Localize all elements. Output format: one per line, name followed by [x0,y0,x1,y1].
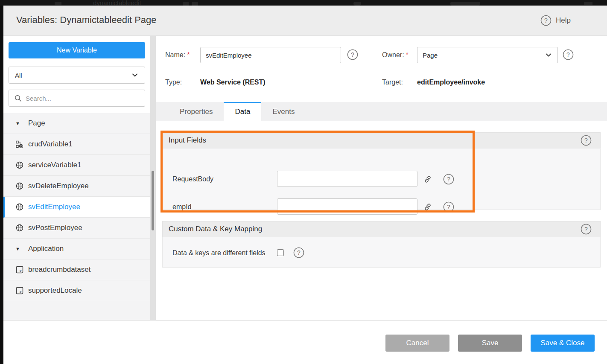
web-service-icon [15,161,24,169]
svg-text:?: ? [447,176,450,183]
detail-tabs: Properties Data Events [156,102,607,121]
svg-text:?: ? [584,137,588,144]
variables-dialog: Variables: Dynamictableedit Page ? Help … [3,6,607,364]
tab-events[interactable]: Events [261,102,306,121]
backdrop-left-edge [0,6,3,364]
sidebar-item-supportedlocale[interactable]: x supportedLocale [3,280,150,301]
backdrop-grid-icon [192,2,198,6]
variable-filter-value: All [15,72,131,79]
requestbody-label: RequestBody [172,175,213,183]
different-fields-label: Data & keys are different fields [172,249,266,257]
backdrop-chevron-icon [55,2,61,5]
name-input[interactable] [200,47,341,63]
type-value: Web Service (REST) [200,79,266,86]
backdrop-toolbar: dynamictableedit [0,0,607,6]
required-asterisk: * [406,51,409,58]
save-and-close-button[interactable]: Save & Close [531,335,595,352]
svg-text:x: x [19,268,22,273]
name-help-icon[interactable]: ? [347,49,358,60]
custom-mapping-header: Custom Data & Key Mapping ? [162,221,601,237]
empid-input[interactable] [277,198,417,215]
sidebar-group-page[interactable]: ▼ Page [3,113,150,134]
requestbody-bind-link-icon[interactable] [423,175,432,183]
name-label: Name:* [165,51,190,59]
sidebar-group-application[interactable]: ▼ Application [3,239,150,259]
chevron-down-icon [545,51,552,59]
help-label: Help [556,16,571,25]
tab-properties[interactable]: Properties [169,102,224,121]
sidebar-item-svpostemployee[interactable]: svPostEmployee [3,218,150,239]
web-service-icon [15,182,24,190]
custom-mapping-body: Data & keys are different fields ? [162,237,601,268]
dialog-title: Variables: Dynamictableedit Page [16,15,157,26]
cancel-button[interactable]: Cancel [385,335,449,352]
web-service-icon [15,203,24,211]
backdrop-page-name: dynamictableedit [93,0,141,6]
variables-sidebar: New Variable All ▼ Page crudVariable1 se… [3,36,150,320]
variables-list: ▼ Page crudVariable1 serviceVariable1 sv… [3,113,150,320]
help-icon: ? [540,15,552,26]
sidebar-item-crudvariable1[interactable]: crudVariable1 [3,134,150,155]
sidebar-scrollbar-track[interactable] [150,36,156,320]
input-fields-help-icon[interactable]: ? [581,135,592,146]
different-fields-checkbox[interactable] [277,249,284,256]
requestbody-input[interactable] [277,171,417,187]
target-label: Target: [382,79,403,86]
svg-text:?: ? [297,249,301,256]
different-fields-help-icon[interactable]: ? [293,247,304,258]
type-label: Type: [165,79,182,86]
variable-detail-panel: Name:* ? Owner:* Page ? Type: Web Servic… [156,36,607,320]
empid-help-icon[interactable]: ? [443,201,454,213]
required-asterisk: * [187,51,190,58]
svg-text:?: ? [544,17,548,24]
backdrop-circle-icon [353,2,361,6]
empid-bind-link-icon[interactable] [423,203,432,211]
backdrop-pill [450,2,480,6]
custom-mapping-help-icon[interactable]: ? [581,224,592,235]
model-variable-icon: x [15,286,24,295]
input-fields-title: Input Fields [169,136,206,145]
dialog-footer: Cancel Save Save & Close [3,320,607,364]
requestbody-help-icon[interactable]: ? [443,174,454,185]
backdrop-grid-icon [183,2,189,6]
search-box [9,90,145,107]
sidebar-item-svdeleteemployee[interactable]: svDeleteEmployee [3,176,150,197]
sidebar-scrollbar-thumb[interactable] [152,171,154,230]
target-value: editEmployee/invoke [417,79,485,86]
new-variable-button[interactable]: New Variable [9,42,145,58]
model-variable-icon: x [15,265,24,274]
crud-variable-icon [15,140,24,149]
owner-select[interactable]: Page [417,47,558,63]
save-button[interactable]: Save [458,335,522,352]
tab-data[interactable]: Data [224,102,261,122]
svg-text:?: ? [584,226,588,233]
owner-label: Owner:* [382,51,409,59]
backdrop-caret-icon [584,2,592,5]
collapse-triangle-icon: ▼ [15,246,24,251]
svg-text:x: x [19,289,22,294]
svg-text:?: ? [351,51,354,58]
chevron-down-icon [131,71,139,79]
search-input[interactable] [26,95,140,102]
sidebar-item-servicevariable1[interactable]: serviceVariable1 [3,155,150,176]
sidebar-item-sveditemployee[interactable]: svEditEmployee [3,197,150,218]
svg-text:?: ? [566,51,570,58]
collapse-triangle-icon: ▼ [15,121,24,126]
search-icon [14,94,22,102]
owner-value: Page [423,52,545,59]
owner-help-icon[interactable]: ? [563,49,574,60]
web-service-icon [15,224,24,232]
input-fields-body: RequestBody ? empId ? [162,148,601,210]
input-fields-header: Input Fields ? [162,132,601,148]
custom-mapping-section: Custom Data & Key Mapping ? Data & keys … [162,221,601,268]
custom-mapping-title: Custom Data & Key Mapping [169,225,262,233]
empid-label: empId [172,203,191,211]
help-button[interactable]: ? Help [540,15,571,26]
input-fields-section: Input Fields ? RequestBody ? empId ? [162,132,601,210]
sidebar-item-breadcrumbdataset[interactable]: x breadcrumbdataset [3,259,150,280]
variable-filter-select[interactable]: All [9,67,145,84]
svg-text:?: ? [447,204,450,210]
dialog-header: Variables: Dynamictableedit Page ? Help [3,6,607,36]
